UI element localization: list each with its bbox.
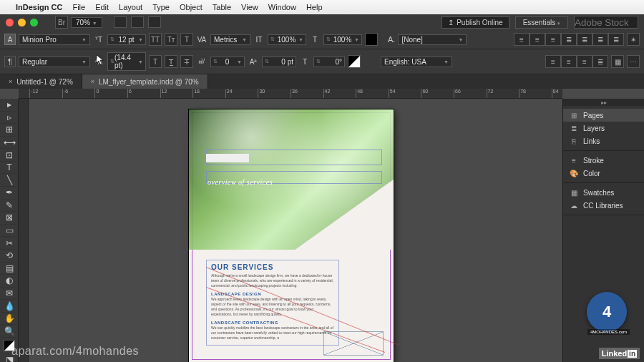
content-collector-tool[interactable]: ⊡ <box>0 149 19 162</box>
valign-justify-button[interactable]: ≣ <box>592 55 608 68</box>
align-right-button[interactable]: ≡ <box>545 33 561 46</box>
menu-help[interactable]: Help <box>306 3 323 11</box>
rectangle-frame-tool[interactable]: ⊠ <box>0 212 19 225</box>
valign-center-button[interactable]: ≡ <box>561 55 577 68</box>
valign-bottom-button[interactable]: ≡ <box>577 55 592 68</box>
ruler-vertical[interactable] <box>19 99 29 362</box>
document-page[interactable]: overview of services OUR SERVICES Althou… <box>189 109 394 362</box>
default-colors-icon[interactable]: ⬔ <box>0 354 19 362</box>
screen-mode-icon[interactable] <box>131 16 144 28</box>
menu-view[interactable]: View <box>241 3 258 11</box>
window-minimize-icon[interactable] <box>18 19 26 26</box>
menu-object[interactable]: Object <box>180 3 203 11</box>
panel-pages[interactable]: ⊞Pages <box>563 109 644 122</box>
font-size-icon: ᵀT <box>93 34 104 45</box>
panel-layers[interactable]: ≣Layers <box>563 122 644 134</box>
menu-window[interactable]: Window <box>268 3 296 11</box>
selection-tool[interactable]: ▸ <box>0 99 19 112</box>
rectangle-tool[interactable]: ▭ <box>0 225 19 238</box>
control-menu-icon[interactable]: ✶ <box>627 33 640 46</box>
menu-layout[interactable]: Layout <box>119 3 142 11</box>
hand-tool[interactable]: ✋ <box>0 313 19 326</box>
tracking-icon: ㎷ <box>196 56 208 67</box>
columns-icon[interactable]: ▦ <box>611 55 624 68</box>
workspace-dropdown[interactable]: Essentials ▾ <box>515 16 568 29</box>
canvas[interactable]: overview of services OUR SERVICES Althou… <box>19 99 562 362</box>
superscript-button[interactable]: T <box>180 33 193 46</box>
all-caps-button[interactable]: TT <box>149 33 162 46</box>
tab-untitled[interactable]: × Untitled-1 @ 72% <box>0 74 82 89</box>
scissors-tool[interactable]: ✂ <box>0 237 19 250</box>
justify-all-button[interactable]: ≣ <box>608 33 624 46</box>
subscript-button[interactable]: T <box>149 55 162 68</box>
zoom-tool[interactable]: 🔍 <box>0 325 19 338</box>
tracking-input[interactable]: ⇅0▼ <box>210 57 245 67</box>
kerning-dropdown[interactable]: Metrics▼ <box>210 34 250 45</box>
vertical-scale-input[interactable]: ⇅100%▼ <box>268 34 306 45</box>
justify-center-button[interactable]: ≣ <box>577 33 592 46</box>
align-left-button[interactable]: ≡ <box>514 33 530 46</box>
character-style-dropdown[interactable]: [None]▼ <box>398 34 467 45</box>
type-tool[interactable]: T <box>0 162 19 175</box>
menu-file[interactable]: File <box>72 3 85 11</box>
menu-edit[interactable]: Edit <box>95 3 109 11</box>
line-tool[interactable]: ╲ <box>0 174 19 187</box>
gradient-feather-tool[interactable]: ◐ <box>0 275 19 288</box>
free-transform-tool[interactable]: ⟲ <box>0 250 19 263</box>
menu-table[interactable]: Table <box>213 3 231 11</box>
page-tool[interactable]: ⊞ <box>0 124 19 137</box>
hero-image-frame[interactable]: overview of services <box>189 109 394 250</box>
tab-flyer-template[interactable]: × LM_flyer_template.indd @ 70% <box>82 74 208 89</box>
panel-swatches[interactable]: ▦Swatches <box>563 186 644 199</box>
panel-cc-libraries[interactable]: ☁CC Libraries <box>563 199 644 212</box>
eyedropper-tool[interactable]: 💧 <box>0 300 19 313</box>
strikethrough-button[interactable]: T̶ <box>180 55 193 68</box>
pen-tool[interactable]: ✒ <box>0 187 19 200</box>
options-icon[interactable]: ⋯ <box>627 55 640 68</box>
zoom-level-dropdown[interactable]: 70% ▼ <box>71 17 102 28</box>
font-style-dropdown[interactable]: Regular▼ <box>19 57 90 67</box>
search-input[interactable] <box>574 16 638 29</box>
underline-button[interactable]: T̲ <box>165 55 177 68</box>
leading-input[interactable]: ⇅(14.4 pt)▼ <box>107 52 146 71</box>
gap-tool[interactable]: ⟷ <box>0 137 19 150</box>
app-name[interactable]: InDesign CC <box>16 3 62 11</box>
panel-links[interactable]: ⎘Links <box>563 134 644 147</box>
fill-stroke-toggle[interactable] <box>0 338 19 354</box>
language-dropdown[interactable]: English: USA▼ <box>381 57 452 67</box>
bridge-icon[interactable]: Br <box>55 16 68 29</box>
window-close-icon[interactable] <box>6 19 14 26</box>
character-mode-icon[interactable]: A <box>4 34 16 45</box>
skew-input[interactable]: ⇅0° <box>313 57 345 67</box>
menu-type[interactable]: Type <box>152 3 170 11</box>
baseline-shift-input[interactable]: ⇅0 pt <box>262 57 296 67</box>
close-tab-icon[interactable]: × <box>9 78 12 85</box>
ruler-horizontal[interactable]: -12 -6 0 6 12 18 24 30 36 42 48 54 60 66… <box>19 89 562 99</box>
body-text-frame[interactable]: OUR SERVICES Although we're a small land… <box>206 260 339 346</box>
direct-selection-tool[interactable]: ▹ <box>0 112 19 124</box>
panel-color[interactable]: 🎨Color <box>563 167 644 180</box>
horizontal-scale-input[interactable]: ⇅100%▼ <box>323 34 362 45</box>
align-center-button[interactable]: ≡ <box>530 33 545 46</box>
valign-top-button[interactable]: ≡ <box>545 55 561 68</box>
close-tab-icon[interactable]: × <box>91 78 94 85</box>
font-family-dropdown[interactable]: Minion Pro▼ <box>19 34 90 45</box>
stroke-fill-swatch[interactable] <box>348 55 361 68</box>
gradient-swatch-tool[interactable]: ▤ <box>0 263 19 275</box>
mac-menubar: InDesign CC File Edit Layout Type Object… <box>0 0 644 14</box>
font-size-input[interactable]: ⇅12 pt▼ <box>107 34 146 45</box>
justify-right-button[interactable]: ≣ <box>592 33 608 46</box>
justify-left-button[interactable]: ≣ <box>561 33 577 46</box>
fill-color-button[interactable] <box>365 33 378 46</box>
paragraph-mode-icon[interactable]: ¶ <box>4 56 16 67</box>
view-options-icon[interactable] <box>114 16 127 28</box>
window-zoom-icon[interactable] <box>30 19 38 26</box>
pencil-tool[interactable]: ✎ <box>0 200 19 212</box>
dock-collapse-icon[interactable]: ▸▸ <box>563 99 644 106</box>
publish-online-button[interactable]: ↥ Publish Online <box>441 16 509 29</box>
arrange-documents-icon[interactable] <box>148 16 161 28</box>
panel-stroke[interactable]: ≡Stroke <box>563 154 644 167</box>
note-tool[interactable]: ✉ <box>0 288 19 300</box>
text-frame-selected[interactable] <box>206 154 249 162</box>
small-caps-button[interactable]: Tт <box>165 33 177 46</box>
